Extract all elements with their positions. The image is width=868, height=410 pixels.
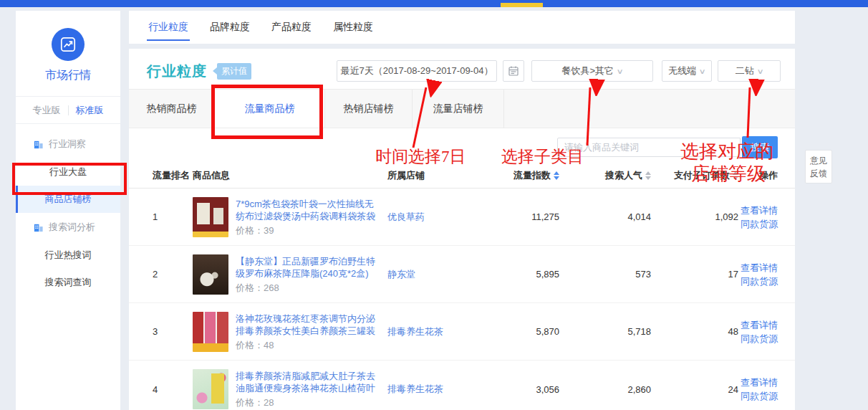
table-row: 3 洛神花玫瑰花茶红枣茶调节内分泌排毒养颜茶女性美白养颜茶三罐装 价格：48 排… bbox=[129, 303, 795, 361]
search-popularity-value: 2,860 bbox=[627, 384, 651, 395]
traffic-index-value: 5,895 bbox=[536, 269, 559, 280]
keyword-search-input[interactable] bbox=[557, 138, 741, 157]
col-traffic-rank: 流量排名 bbox=[153, 169, 193, 182]
main-panel: 行业粒度 累计值 最近7天（2017-08-29~2017-09-04） 餐饮具… bbox=[129, 49, 795, 410]
product-price: 价格：268 bbox=[236, 282, 382, 295]
chevron-down-icon: ∨ bbox=[756, 67, 763, 75]
sort-icon[interactable] bbox=[645, 171, 651, 180]
tab-pro-version[interactable]: 专业版 bbox=[26, 104, 68, 117]
sidebar-item-product-shop-rank[interactable]: 商品店铺榜 bbox=[16, 186, 120, 213]
category-value: 餐饮具>其它 bbox=[562, 65, 614, 77]
same-source-link[interactable]: 同款货源 bbox=[741, 332, 778, 345]
search-popularity-value: 4,014 bbox=[627, 211, 651, 222]
rank-value: 4 bbox=[153, 384, 193, 395]
same-source-link[interactable]: 同款货源 bbox=[741, 275, 778, 288]
same-source-link[interactable]: 同款货源 bbox=[741, 389, 778, 403]
pay-orders-value: 24 bbox=[728, 384, 738, 395]
traffic-index-value: 3,056 bbox=[536, 384, 559, 395]
sidebar-group-search-word-analysis[interactable]: 搜索词分析 bbox=[16, 213, 120, 242]
search-popularity-value: 5,718 bbox=[627, 326, 651, 337]
tab-standard-version[interactable]: 标准版 bbox=[69, 104, 111, 117]
shop-link[interactable]: 优良草药 bbox=[387, 211, 479, 224]
traffic-index-value: 5,870 bbox=[536, 326, 559, 337]
shop-link[interactable]: 排毒养生花茶 bbox=[387, 383, 479, 396]
col-product-info: 商品信息 bbox=[193, 169, 387, 182]
filter-bar: 最近7天（2017-08-29~2017-09-04） 餐饮具>其它 ∨ 无线端… bbox=[337, 60, 781, 82]
product-price: 价格：39 bbox=[236, 224, 382, 237]
tab-hot-product-rank[interactable]: 热销商品榜 bbox=[129, 90, 215, 128]
search-popularity-value: 573 bbox=[635, 269, 651, 280]
sidebar-menu: 行业洞察 行业大盘 商品店铺榜 搜索词分析 行业热搜词 搜索词查询 bbox=[16, 124, 120, 296]
col-label: 支付子订单数 bbox=[674, 169, 730, 182]
feedback-label: 意见 bbox=[810, 154, 827, 167]
shop-link[interactable]: 排毒养生花茶 bbox=[387, 325, 479, 338]
cumulative-badge: 累计值 bbox=[217, 63, 251, 80]
same-source-link[interactable]: 同款货源 bbox=[741, 217, 778, 231]
version-switcher: 专业版 标准版 bbox=[16, 97, 120, 124]
app-title: 市场行情 bbox=[16, 68, 120, 97]
granularity-tabs: 行业粒度 品牌粒度 产品粒度 属性粒度 bbox=[129, 11, 795, 44]
product-price: 价格：28 bbox=[236, 396, 382, 409]
tab-product-granularity[interactable]: 产品粒度 bbox=[270, 12, 313, 42]
table-row: 4 排毒养颜茶清脂减肥减大肚子茶去油脂通便瘦身茶洛神花茶山楂荷叶 价格：28 排… bbox=[129, 361, 795, 410]
pay-orders-value: 48 bbox=[728, 326, 738, 337]
building-icon bbox=[33, 139, 44, 150]
sidebar-item-industry-overview[interactable]: 行业大盘 bbox=[16, 158, 120, 186]
category-selector[interactable]: 餐饮具>其它 ∨ bbox=[531, 60, 653, 82]
browser-top-bar bbox=[0, 0, 868, 7]
product-title-link[interactable]: 【静东堂】正品新疆罗布泊野生特级罗布麻茶降压降脂(240克*2盒) bbox=[236, 255, 382, 280]
rank-sub-tabs: 热销商品榜 流量商品榜 热销店铺榜 流量店铺榜 bbox=[129, 89, 795, 128]
sort-icon[interactable] bbox=[554, 171, 559, 180]
rank-value: 2 bbox=[153, 269, 193, 280]
table-row: 1 7*9cm茶包袋茶叶袋一次性抽线无纺布过滤袋煲汤中药袋调料袋茶袋 价格：39… bbox=[129, 189, 795, 246]
search-button[interactable]: 搜索 bbox=[742, 136, 778, 158]
tab-traffic-product-rank[interactable]: 流量商品榜 bbox=[215, 90, 325, 128]
product-title-link[interactable]: 洛神花玫瑰花茶红枣茶调节内分泌排毒养颜茶女性美白养颜茶三罐装 bbox=[236, 313, 382, 337]
col-pay-orders: 支付子订单数 bbox=[674, 169, 738, 182]
tab-industry-granularity[interactable]: 行业粒度 bbox=[147, 12, 190, 42]
tab-traffic-shop-rank[interactable]: 流量店铺榜 bbox=[413, 90, 504, 128]
table-header: 流量排名 商品信息 所属店铺 流量指数 搜索人气 支付子订单数 操作 bbox=[129, 163, 795, 189]
view-detail-link[interactable]: 查看详情 bbox=[741, 376, 778, 389]
feedback-button[interactable]: 意见 反馈 bbox=[805, 150, 832, 183]
product-title-link[interactable]: 7*9cm茶包袋茶叶袋一次性抽线无纺布过滤袋煲汤中药袋调料袋茶袋 bbox=[236, 198, 382, 222]
sidebar-group-label: 行业洞察 bbox=[49, 138, 86, 151]
terminal-value: 无线端 bbox=[668, 65, 696, 77]
col-label: 搜索人气 bbox=[605, 169, 642, 182]
view-detail-link[interactable]: 查看详情 bbox=[741, 318, 778, 332]
product-title-link[interactable]: 排毒养颜茶清脂减肥减大肚子茶去油脂通便瘦身茶洛神花茶山楂荷叶 bbox=[236, 370, 382, 394]
sidebar-group-industry-insight[interactable]: 行业洞察 bbox=[16, 130, 120, 158]
sidebar: 市场行情 专业版 标准版 行业洞察 行业大盘 商品店铺榜 bbox=[16, 11, 120, 410]
panel-header: 行业粒度 累计值 最近7天（2017-08-29~2017-09-04） 餐饮具… bbox=[129, 49, 795, 89]
calendar-icon bbox=[508, 65, 519, 77]
tab-hot-shop-rank[interactable]: 热销店铺榜 bbox=[325, 90, 413, 128]
feedback-label: 反馈 bbox=[810, 167, 827, 180]
tab-brand-granularity[interactable]: 品牌粒度 bbox=[208, 12, 251, 42]
col-label: 流量指数 bbox=[513, 169, 551, 182]
sidebar-item-hot-search-words[interactable]: 行业热搜词 bbox=[16, 242, 120, 269]
col-actions: 操作 bbox=[759, 169, 778, 182]
sidebar-group-label: 搜索词分析 bbox=[49, 221, 95, 234]
product-image[interactable] bbox=[193, 197, 228, 237]
date-range-selector[interactable]: 最近7天（2017-08-29~2017-09-04） bbox=[337, 60, 497, 82]
calendar-button[interactable] bbox=[503, 60, 524, 82]
product-image[interactable] bbox=[193, 312, 228, 352]
sidebar-item-search-word-query[interactable]: 搜索词查询 bbox=[16, 269, 120, 296]
shop-link[interactable]: 静东堂 bbox=[387, 268, 479, 281]
rank-value: 1 bbox=[153, 211, 193, 222]
traffic-index-value: 11,275 bbox=[531, 211, 559, 222]
view-detail-link[interactable]: 查看详情 bbox=[741, 261, 778, 275]
market-chart-icon bbox=[52, 28, 85, 61]
sort-icon[interactable] bbox=[733, 171, 738, 180]
view-detail-link[interactable]: 查看详情 bbox=[741, 204, 778, 217]
terminal-selector[interactable]: 无线端 ∨ bbox=[662, 60, 712, 82]
col-search-popularity: 搜索人气 bbox=[605, 169, 651, 182]
product-image[interactable] bbox=[193, 369, 228, 409]
product-image[interactable] bbox=[193, 254, 228, 295]
rank-value: 3 bbox=[153, 326, 193, 337]
chevron-down-icon: ∨ bbox=[617, 67, 624, 75]
tab-attribute-granularity[interactable]: 属性粒度 bbox=[332, 12, 375, 42]
shop-level-selector[interactable]: 二钻 ∨ bbox=[718, 60, 781, 82]
pay-orders-value: 1,092 bbox=[715, 211, 738, 222]
chevron-down-icon: ∨ bbox=[699, 67, 706, 75]
